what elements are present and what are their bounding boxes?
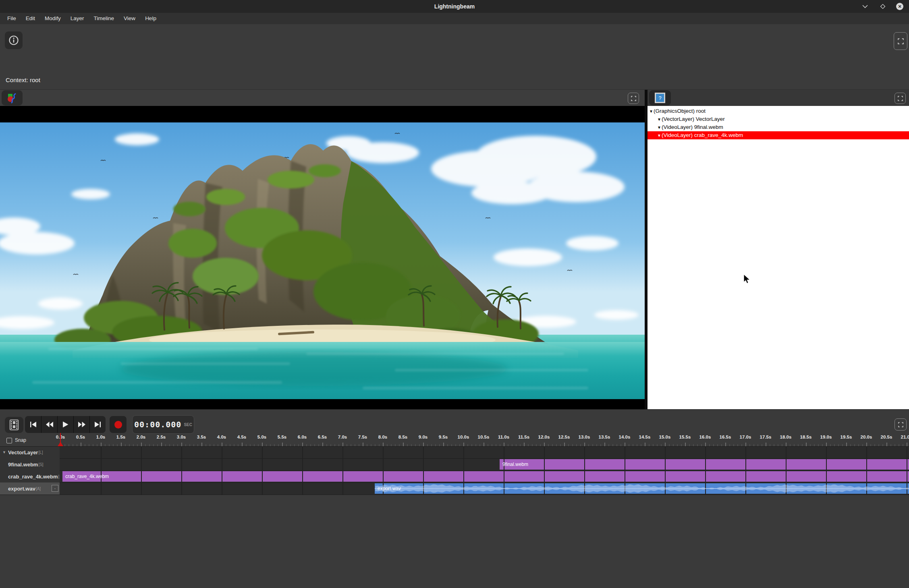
video-clip-9final-webm[interactable]: 9final.webm	[500, 459, 909, 470]
tree-expand-button[interactable]	[894, 93, 906, 104]
menu-item-file[interactable]: File	[2, 13, 21, 24]
film-strip-icon	[9, 419, 19, 431]
waveform	[375, 483, 909, 494]
ruler-tick	[685, 443, 686, 446]
play-button[interactable]	[57, 416, 73, 433]
ruler-tick-label: 2.5s	[157, 435, 166, 439]
info-icon	[8, 35, 19, 46]
tree-row[interactable]: ▼(VideoLayer) 9final.webm	[648, 123, 909, 131]
tree-row[interactable]: ▼(GraphicsObject) root	[648, 107, 909, 115]
record-button[interactable]	[110, 416, 127, 433]
fullscreen-icon	[898, 422, 903, 427]
ruler-tick	[604, 443, 605, 446]
track-type-badge: [m]	[58, 474, 60, 479]
ruler-tick-label: 15.0s	[659, 435, 671, 439]
menu-item-modify[interactable]: Modify	[40, 13, 66, 24]
ruler-tick	[564, 443, 565, 446]
fullscreen-icon	[631, 96, 636, 101]
audio-clip-export-wav[interactable]: export.wav	[375, 483, 909, 494]
ruler-tick-label: 9.5s	[439, 435, 448, 439]
fullscreen-icon	[898, 38, 904, 44]
snap-label: Snap	[15, 437, 26, 443]
grid-line	[262, 446, 263, 495]
row-separator	[0, 495, 909, 495]
playhead-handle-icon[interactable]	[58, 442, 63, 446]
grid-line	[181, 446, 182, 495]
skip-end-icon	[94, 421, 101, 428]
timeline-tool-button[interactable]	[5, 417, 23, 433]
tree-tool-button[interactable]: ?	[649, 90, 671, 106]
ruler-tick-label: 5.0s	[257, 435, 266, 439]
ruler-tick-label: 12.5s	[558, 435, 570, 439]
collapse-triangle-icon[interactable]: ▼	[2, 450, 6, 454]
ruler-tick-label: 4.5s	[237, 435, 246, 439]
track-label-9final-webm[interactable]: 9final.webm[S]	[0, 458, 60, 470]
track-label-vectorlayer[interactable]: ▼VectorLayer[L]	[0, 446, 60, 458]
ruler-tick-label: 10.0s	[458, 435, 469, 439]
ruler-tick	[302, 443, 303, 446]
info-panel: Context: root Selected Object	[0, 24, 909, 90]
track-type-badge: [L]	[38, 450, 43, 455]
menu-item-timeline[interactable]: Timeline	[89, 13, 119, 24]
maximize-button[interactable]	[878, 2, 888, 11]
snap-checkbox[interactable]	[6, 438, 12, 443]
time-display: 00:00.000 SEC	[132, 415, 194, 434]
ruler-tick	[222, 443, 222, 446]
collapse-triangle-icon[interactable]: ▼	[657, 117, 661, 122]
skip-to-end-button[interactable]	[89, 416, 106, 433]
ruler-tick	[826, 443, 827, 446]
stage-expand-button[interactable]	[628, 93, 639, 104]
minimize-button[interactable]	[860, 2, 870, 11]
draw-logo-icon	[6, 92, 18, 104]
menu-item-help[interactable]: Help	[140, 13, 161, 24]
ruler-tick	[745, 443, 746, 446]
object-tree-panel: ? ▼(GraphicsObject) root▼(VectorLayer) V…	[648, 90, 909, 409]
menu-item-edit[interactable]: Edit	[21, 13, 40, 24]
track-name: VectorLayer	[8, 449, 38, 455]
close-button[interactable]: ✕	[894, 2, 905, 11]
row-separator	[0, 446, 909, 447]
ruler-tick-label: 3.5s	[197, 435, 206, 439]
ruler-tick-label: 9.0s	[419, 435, 428, 439]
tree-row[interactable]: ▼(VectorLayer) VectorLayer	[648, 115, 909, 123]
track-label-export-wav[interactable]: export.wav[A]-	[0, 482, 60, 495]
grid-line	[101, 446, 102, 495]
ruler-tick-label: 2.0s	[137, 435, 145, 439]
stage-tool-button[interactable]	[2, 90, 23, 106]
placeholder-icon: ?	[655, 93, 665, 103]
track-name: 9final.webm	[8, 462, 38, 468]
ruler-tick	[907, 443, 907, 446]
object-tree: ▼(GraphicsObject) root▼(VectorLayer) Vec…	[648, 106, 909, 409]
mouse-cursor	[743, 274, 752, 284]
object-tree-header: ?	[648, 90, 909, 106]
info-button[interactable]	[5, 31, 23, 49]
ruler-tick-label: 17.0s	[740, 435, 751, 439]
ruler-tick	[383, 443, 384, 446]
skip-to-start-button[interactable]	[25, 416, 41, 433]
collapse-triangle-icon[interactable]: ▼	[657, 125, 661, 130]
ruler-tick-label: 7.0s	[338, 435, 347, 439]
menu-item-view[interactable]: View	[119, 13, 140, 24]
menu-item-layer[interactable]: Layer	[66, 13, 89, 24]
video-clip-crab-rave-4k-webm[interactable]: crab_rave_4k.webm	[62, 471, 909, 482]
track-label-crab-rave-4k-webm[interactable]: crab_rave_4k.webm[m]	[0, 470, 60, 482]
collapse-triangle-icon[interactable]: ▼	[657, 133, 661, 138]
rewind-button[interactable]	[41, 416, 57, 433]
collapse-triangle-icon[interactable]: ▼	[649, 109, 653, 114]
track-type-badge: [S]	[38, 462, 43, 467]
ruler-tick-label: 17.5s	[760, 435, 772, 439]
fast-forward-button[interactable]	[73, 416, 89, 433]
track-checkbox[interactable]: -	[52, 485, 58, 492]
grid-line	[222, 446, 222, 495]
ruler-tick-label: 13.5s	[599, 435, 610, 439]
ruler-tick	[423, 443, 424, 446]
ruler-tick-label: 21.0s	[901, 435, 909, 439]
timeline-expand-button[interactable]	[894, 418, 907, 431]
ruler-tick	[201, 443, 202, 446]
ruler-tick-label: 7.5s	[358, 435, 367, 439]
stage-canvas[interactable]	[0, 106, 645, 409]
ruler-tick-label: 4.0s	[217, 435, 226, 439]
info-panel-expand-button[interactable]	[894, 32, 907, 50]
ruler-tick	[625, 443, 625, 446]
tree-row[interactable]: ▼(VideoLayer) crab_rave_4k.webm	[648, 131, 909, 139]
